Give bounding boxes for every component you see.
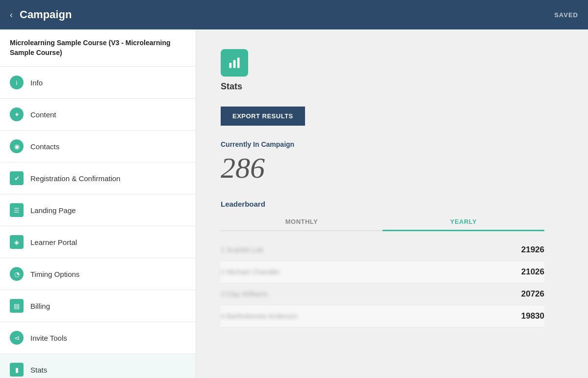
- sidebar-item-label: Invite Tools: [30, 334, 67, 342]
- sidebar-item-info[interactable]: iInfo: [0, 67, 196, 99]
- main-layout: Microlearning Sample Course (V3 - Microl…: [0, 29, 588, 378]
- sidebar-item-landing-page[interactable]: ☰Landing Page: [0, 194, 196, 226]
- leaderboard-row: 1 Scarlett Lott21926: [221, 239, 544, 261]
- svg-rect-1: [233, 60, 236, 68]
- leaderboard-name: 1 Scarlett Lott: [221, 246, 505, 254]
- sidebar-item-label: Content: [30, 110, 56, 119]
- export-results-button[interactable]: EXPORT RESULTS: [221, 107, 305, 126]
- leaderboard-score: 21026: [505, 267, 544, 277]
- leaderboard-score: 19830: [505, 311, 544, 321]
- timing-icon: ◔: [10, 267, 24, 281]
- leaderboard-name: 4 Bartholomew Anderson: [221, 312, 505, 320]
- content-icon: ✦: [10, 108, 24, 121]
- leaderboard-row: 2 Michael Chandler21026: [221, 261, 544, 283]
- info-icon: i: [10, 76, 24, 89]
- stats-icon: ▮: [10, 363, 24, 377]
- sidebar-item-label: Timing Options: [30, 270, 79, 278]
- campaign-count-value: 286: [221, 151, 563, 185]
- svg-rect-2: [237, 58, 240, 68]
- sidebar-item-label: Learner Portal: [30, 238, 77, 246]
- stats-icon-box: [221, 49, 248, 77]
- leaderboard-row: 4 Bartholomew Anderson19830: [221, 305, 544, 327]
- sidebar-item-learner-portal[interactable]: ◈Learner Portal: [0, 226, 196, 258]
- leaderboard-name: 3 Clay Williams: [221, 290, 505, 298]
- currently-in-campaign-label: Currently In Campaign: [221, 140, 563, 148]
- saved-status: SAVED: [554, 11, 578, 19]
- sidebar-item-invite-tools[interactable]: ⊲Invite Tools: [0, 322, 196, 354]
- sidebar-item-label: Stats: [30, 366, 47, 374]
- leaderboard-score: 20726: [505, 289, 544, 299]
- leaderboard-tabs: MONTHLY YEARLY: [221, 213, 544, 231]
- sidebar-item-content[interactable]: ✦Content: [0, 99, 196, 131]
- svg-rect-0: [230, 63, 232, 68]
- registration-icon: ✔: [10, 171, 24, 185]
- landing-page-icon: ☰: [10, 203, 24, 217]
- main-content: Stats EXPORT RESULTS Currently In Campai…: [196, 29, 588, 378]
- sidebar-item-stats[interactable]: ▮Stats: [0, 354, 196, 378]
- stats-section-title: Stats: [221, 81, 563, 92]
- learner-portal-icon: ◈: [10, 235, 24, 249]
- sidebar-item-billing[interactable]: ▤Billing: [0, 290, 196, 322]
- bar-chart-icon: [228, 56, 241, 70]
- leaderboard-title: Leaderboard: [221, 200, 563, 208]
- sidebar-item-label: Registration & Confirmation: [30, 174, 120, 183]
- leaderboard-list: 1 Scarlett Lott219262 Michael Chandler21…: [221, 239, 563, 327]
- sidebar-item-label: Contacts: [30, 142, 59, 151]
- sidebar-item-registration[interactable]: ✔Registration & Confirmation: [0, 162, 196, 194]
- leaderboard-row: 3 Clay Williams20726: [221, 283, 544, 305]
- billing-icon: ▤: [10, 299, 24, 313]
- course-title: Microlearning Sample Course (V3 - Microl…: [0, 29, 196, 67]
- sidebar-item-timing[interactable]: ◔Timing Options: [0, 258, 196, 290]
- leaderboard-score: 21926: [505, 245, 544, 255]
- tab-yearly[interactable]: YEARLY: [383, 213, 544, 230]
- contacts-icon: ◉: [10, 139, 24, 153]
- header: ‹ Campaign SAVED: [0, 0, 588, 29]
- tab-monthly[interactable]: MONTHLY: [221, 213, 383, 230]
- leaderboard-name: 2 Michael Chandler: [221, 268, 505, 276]
- back-button[interactable]: ‹: [10, 10, 13, 20]
- sidebar-item-label: Info: [30, 79, 43, 87]
- sidebar-item-label: Billing: [30, 302, 50, 310]
- sidebar-item-contacts[interactable]: ◉Contacts: [0, 131, 196, 162]
- sidebar: Microlearning Sample Course (V3 - Microl…: [0, 29, 196, 378]
- invite-tools-icon: ⊲: [10, 331, 24, 345]
- sidebar-item-label: Landing Page: [30, 206, 76, 215]
- page-title: Campaign: [20, 8, 554, 21]
